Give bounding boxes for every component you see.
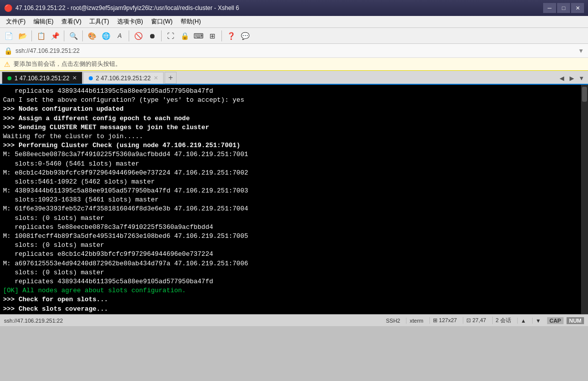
vertical-scrollbar[interactable] bbox=[581, 85, 588, 314]
address-dropdown[interactable]: ▼ bbox=[578, 47, 584, 54]
scrollbar-thumb[interactable] bbox=[582, 87, 587, 102]
term-line: >>> Check for open slots... bbox=[3, 295, 578, 304]
term-line: slots: (0 slots) master bbox=[3, 241, 578, 250]
scroll-down-btn[interactable]: ▼ bbox=[532, 318, 544, 324]
tb-color[interactable]: 🎨 bbox=[85, 29, 98, 42]
tb-copy[interactable]: 📋 bbox=[34, 29, 47, 42]
tb-open[interactable]: 📂 bbox=[16, 29, 29, 42]
menu-help[interactable]: 帮助(H) bbox=[177, 16, 205, 27]
status-ssh: SSH2 bbox=[383, 318, 403, 324]
statusbar: ssh://47.106.219.251:22 SSH2 xterm ⊞ 127… bbox=[0, 314, 588, 326]
menu-edit[interactable]: 编辑(E) bbox=[29, 16, 57, 27]
tab-add-button[interactable]: + bbox=[165, 72, 177, 84]
tab-2-label: 2 47.106.219.251:22 bbox=[96, 75, 151, 82]
tab-2-status-dot bbox=[89, 76, 93, 80]
tab-2[interactable]: 2 47.106.219.251:22 ✕ bbox=[83, 72, 164, 84]
tb-refresh[interactable]: 🌐 bbox=[99, 29, 112, 42]
tab-next[interactable]: ▶ bbox=[567, 74, 576, 83]
titlebar: 🔴 47.106.219.251:22 - root@izwz9ef5sjam9… bbox=[0, 0, 588, 16]
tb-sep2 bbox=[64, 30, 64, 41]
term-line: M: 43893444b611395c5a88ee9105ad577950ba4… bbox=[3, 187, 578, 195]
tb-sep3 bbox=[82, 30, 83, 41]
window-title: 47.106.219.251:22 - root@izwz9ef5sjam9pv… bbox=[15, 4, 543, 11]
tb-lock[interactable]: 🔒 bbox=[178, 29, 191, 42]
tab-2-close[interactable]: ✕ bbox=[154, 75, 158, 81]
tb-paste[interactable]: 📌 bbox=[48, 29, 61, 42]
lock-icon: 🔒 bbox=[4, 47, 12, 55]
term-line: slots:10923-16383 (5461 slots) master bbox=[3, 195, 578, 204]
tb-stop[interactable]: 🚫 bbox=[132, 29, 145, 42]
tb-sep5 bbox=[161, 30, 162, 41]
term-line: replicates 5e88eecbe0878c3a7f4910225f536… bbox=[3, 223, 578, 232]
status-connection: ssh://47.106.219.251:22 bbox=[4, 318, 377, 324]
infobar: ⚠ 要添加当前会话，点击左侧的箭头按钮。 bbox=[0, 58, 588, 71]
term-line: >>> Nodes configuration updated bbox=[3, 105, 578, 114]
size-icon: ⊞ bbox=[433, 317, 437, 323]
menu-window[interactable]: 窗口(W) bbox=[147, 16, 177, 27]
status-pos: ⊡ 27,47 bbox=[463, 317, 489, 324]
term-line: replicates 43893444b611395c5a88ee9105ad5… bbox=[3, 277, 578, 286]
term-line: slots: (0 slots) master bbox=[3, 268, 578, 277]
status-term: xterm bbox=[406, 318, 426, 324]
tb-layout[interactable]: ⊞ bbox=[206, 29, 219, 42]
minimize-button[interactable]: ─ bbox=[543, 3, 556, 13]
tb-record[interactable]: ⏺ bbox=[146, 29, 159, 42]
term-line: >>> Performing Cluster Check (using node… bbox=[3, 141, 578, 150]
term-line: Waiting for the cluster to join..... bbox=[3, 132, 578, 141]
term-line: slots:5461-10922 (5462 slots) master bbox=[3, 178, 578, 187]
infobar-text: 要添加当前会话，点击左侧的箭头按钮。 bbox=[13, 60, 121, 68]
menu-tools[interactable]: 工具(T) bbox=[85, 16, 113, 27]
tb-fullscreen[interactable]: ⛶ bbox=[164, 29, 177, 42]
status-size: ⊞ 127x27 bbox=[429, 317, 460, 324]
term-line: [OK] All 16384 slots covered. bbox=[3, 314, 578, 314]
scroll-up-btn[interactable]: ▲ bbox=[517, 318, 529, 324]
status-cap: CAP bbox=[547, 317, 564, 324]
tab-1[interactable]: 1 47.106.219.251:22 ✕ bbox=[2, 72, 82, 84]
window-controls: ─ □ ✕ bbox=[543, 3, 584, 13]
term-line: M: a6976125553e4d94240d872962be80ab434d7… bbox=[3, 259, 578, 268]
tab-status-dot bbox=[7, 76, 11, 80]
address-text: ssh://47.106.219.251:22 bbox=[15, 47, 578, 54]
term-line: replicates 43893444b611395c5a88ee9105ad5… bbox=[3, 87, 578, 96]
tab-navigation: ◀ ▶ ▼ bbox=[557, 74, 586, 84]
terminal[interactable]: replicates 43893444b611395c5a88ee9105ad5… bbox=[0, 85, 581, 314]
menu-tabs[interactable]: 选项卡(B) bbox=[113, 16, 147, 27]
term-line: replicates e8cb1c42bb93bfcfc9f9729649446… bbox=[3, 250, 578, 259]
tb-help[interactable]: ❓ bbox=[224, 29, 237, 42]
pos-icon: ⊡ bbox=[466, 317, 471, 323]
menubar: 文件(F) 编辑(E) 查看(V) 工具(T) 选项卡(B) 窗口(W) 帮助(… bbox=[0, 16, 588, 28]
term-line: M: 10081fecff4b89f3a5dfe495314b7263e108b… bbox=[3, 232, 578, 241]
status-sessions: 2 会话 bbox=[492, 317, 514, 324]
tb-search[interactable]: 🔍 bbox=[67, 29, 80, 42]
tb-sep1 bbox=[31, 30, 32, 41]
term-line: Can I set the above configuration? (type… bbox=[3, 96, 578, 105]
toolbar: 📄 📂 📋 📌 🔍 🎨 🌐 A 🚫 ⏺ ⛶ 🔒 ⌨ ⊞ ❓ 💬 bbox=[0, 28, 588, 44]
term-line: M: 5e88eecbe0878c3a7f4910225f5360a9acfbb… bbox=[3, 150, 578, 159]
term-line: M: 61f6e39e3393feb52c74f3581816046f8d3e6… bbox=[3, 204, 578, 213]
maximize-button[interactable]: □ bbox=[557, 3, 570, 13]
term-line: >>> Sending CLUSTER MEET messages to joi… bbox=[3, 123, 578, 132]
close-button[interactable]: ✕ bbox=[571, 3, 584, 13]
tab-1-label: 1 47.106.219.251:22 bbox=[14, 75, 69, 82]
tb-chat[interactable]: 💬 bbox=[238, 29, 251, 42]
menu-view[interactable]: 查看(V) bbox=[57, 16, 85, 27]
tb-new[interactable]: 📄 bbox=[2, 29, 15, 42]
term-line: slots: (0 slots) master bbox=[3, 214, 578, 223]
menu-file[interactable]: 文件(F) bbox=[2, 16, 29, 27]
term-line: M: e8cb1c42bb93bfcfc9f972964944696e0e737… bbox=[3, 169, 578, 178]
term-line: [OK] All nodes agree about slots configu… bbox=[3, 286, 578, 295]
term-line: >>> Check slots coverage... bbox=[3, 305, 578, 314]
tb-sep6 bbox=[221, 30, 222, 41]
term-line: >>> Assign a different config epoch to e… bbox=[3, 114, 578, 123]
status-num: NUM bbox=[567, 317, 584, 324]
info-icon: ⚠ bbox=[4, 60, 10, 68]
tb-sep4 bbox=[129, 30, 129, 41]
tab-menu[interactable]: ▼ bbox=[577, 74, 586, 83]
tb-font[interactable]: A bbox=[113, 29, 126, 42]
tb-keyboard[interactable]: ⌨ bbox=[192, 29, 205, 42]
addressbar: 🔒 ssh://47.106.219.251:22 ▼ bbox=[0, 44, 588, 58]
tabbar: 1 47.106.219.251:22 ✕ 2 47.106.219.251:2… bbox=[0, 71, 588, 85]
app-icon: 🔴 bbox=[4, 4, 12, 12]
tab-1-close[interactable]: ✕ bbox=[72, 75, 77, 81]
tab-prev[interactable]: ◀ bbox=[557, 74, 566, 83]
